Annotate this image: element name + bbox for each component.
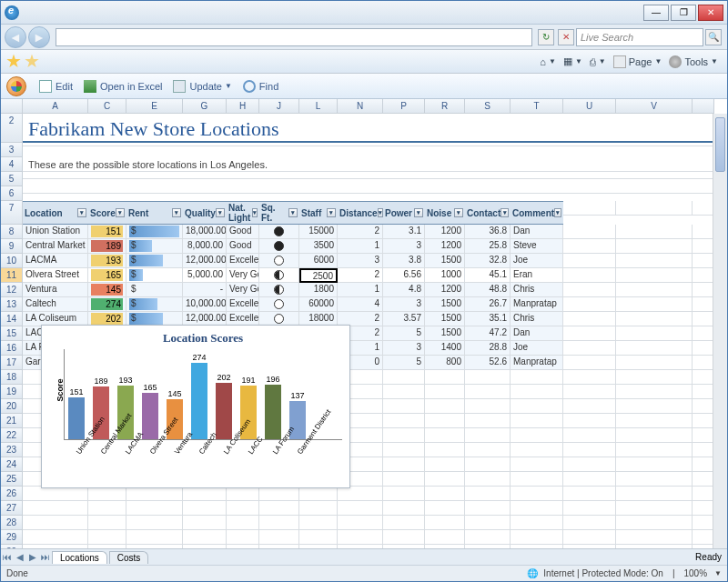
table-cell[interactable]: 45.1 — [465, 268, 511, 283]
empty-cell[interactable] — [227, 545, 259, 548]
empty-cell[interactable] — [23, 487, 88, 501]
table-cell[interactable]: Good — [227, 239, 259, 254]
table-cell[interactable]: $ — [126, 283, 183, 297]
table-cell[interactable]: 1500 — [425, 312, 465, 326]
empty-cell[interactable] — [23, 501, 88, 516]
empty-cell[interactable] — [465, 443, 511, 457]
empty-cell[interactable] — [425, 414, 465, 428]
empty-cell[interactable] — [23, 516, 88, 530]
empty-cell[interactable] — [299, 487, 338, 501]
empty-cell[interactable] — [616, 428, 693, 443]
table-cell[interactable]: Ventura — [23, 283, 88, 297]
tab-locations[interactable]: Locations — [52, 551, 107, 564]
empty-cell[interactable] — [259, 501, 299, 516]
empty-cell[interactable] — [259, 516, 299, 530]
address-bar[interactable] — [56, 28, 532, 46]
empty-cell[interactable] — [23, 530, 88, 545]
row-header[interactable]: 27 — [1, 501, 23, 516]
empty-cell[interactable] — [425, 399, 465, 414]
empty-cell[interactable] — [338, 501, 383, 516]
empty-cell[interactable] — [425, 545, 465, 548]
table-cell[interactable]: 12,000.00 — [183, 254, 227, 268]
row-header[interactable]: 14 — [1, 312, 23, 326]
empty-cell[interactable] — [511, 370, 563, 385]
table-cell[interactable] — [259, 297, 299, 312]
table-cell[interactable]: 151 — [88, 225, 126, 239]
empty-cell[interactable] — [465, 530, 511, 545]
empty-cell[interactable] — [465, 472, 511, 487]
empty-cell[interactable] — [383, 428, 425, 443]
empty-cell[interactable] — [563, 399, 616, 414]
empty-cell[interactable] — [88, 516, 126, 530]
table-cell[interactable]: Excellent — [227, 297, 259, 312]
empty-cell[interactable] — [563, 414, 616, 428]
empty-cell[interactable] — [183, 530, 227, 545]
table-cell[interactable]: 36.8 — [465, 225, 511, 239]
empty-cell[interactable] — [693, 385, 714, 399]
col-header[interactable]: S — [465, 99, 511, 114]
col-header[interactable]: C — [88, 99, 126, 114]
empty-cell[interactable] — [616, 545, 693, 548]
back-button[interactable]: ◄ — [5, 26, 26, 48]
table-header[interactable]: Score▾ — [88, 201, 126, 225]
empty-cell[interactable] — [563, 472, 616, 487]
search-input[interactable]: Live Search — [576, 28, 703, 46]
table-cell[interactable]: 18,000.00 — [183, 225, 227, 239]
table-cell[interactable]: Manpratap — [511, 297, 563, 312]
table-cell[interactable]: 52.6 — [465, 356, 511, 370]
row-header[interactable]: 19 — [1, 385, 23, 399]
empty-cell[interactable] — [425, 457, 465, 472]
table-cell[interactable]: 3500 — [299, 239, 338, 254]
table-cell[interactable]: 48.8 — [465, 283, 511, 297]
table-cell[interactable]: Steve — [511, 239, 563, 254]
empty-cell[interactable] — [465, 399, 511, 414]
empty-cell[interactable] — [183, 545, 227, 548]
empty-cell[interactable] — [126, 501, 183, 516]
empty-cell[interactable] — [383, 443, 425, 457]
empty-cell[interactable] — [563, 545, 616, 548]
chart[interactable]: Location Scores Score 151189193165145274… — [41, 325, 350, 488]
empty-cell[interactable] — [511, 545, 563, 548]
table-cell[interactable]: 1200 — [425, 283, 465, 297]
empty-cell[interactable] — [511, 487, 563, 501]
table-cell[interactable]: LACMA — [23, 254, 88, 268]
empty-cell[interactable] — [563, 385, 616, 399]
empty-cell[interactable] — [511, 457, 563, 472]
row-header[interactable]: 24 — [1, 457, 23, 472]
table-cell[interactable]: 1000 — [425, 268, 465, 283]
empty-cell[interactable] — [383, 414, 425, 428]
empty-cell[interactable] — [693, 414, 714, 428]
table-cell[interactable] — [259, 268, 299, 283]
table-cell[interactable]: 800 — [425, 356, 465, 370]
print-button[interactable]: ⎙▼ — [586, 55, 610, 69]
empty-cell[interactable] — [259, 545, 299, 548]
tools-menu[interactable]: Tools▼ — [665, 54, 722, 70]
spreadsheet[interactable]: ACEGHJLNPRSTUV2Fabrikam New Store Locati… — [1, 99, 727, 548]
table-header[interactable]: Sq. Ft.▾ — [259, 201, 299, 225]
table-cell[interactable] — [259, 254, 299, 268]
table-cell[interactable]: 1 — [338, 239, 383, 254]
table-cell[interactable]: Olvera Street — [23, 268, 88, 283]
col-header[interactable]: E — [126, 99, 183, 114]
table-cell[interactable]: 3.8 — [383, 254, 425, 268]
empty-cell[interactable] — [383, 457, 425, 472]
empty-cell[interactable] — [126, 516, 183, 530]
empty-cell[interactable] — [616, 414, 693, 428]
empty-cell[interactable] — [338, 545, 383, 548]
tab-first-button[interactable]: ⏮ — [1, 552, 14, 562]
table-cell[interactable]: $ — [126, 254, 183, 268]
empty-cell[interactable] — [511, 399, 563, 414]
table-cell[interactable]: - — [183, 283, 227, 297]
table-cell[interactable]: 25.8 — [465, 239, 511, 254]
row-header[interactable]: 2 — [1, 114, 23, 143]
table-cell[interactable]: Joe — [511, 254, 563, 268]
empty-cell[interactable] — [511, 385, 563, 399]
table-cell[interactable]: 3.57 — [383, 312, 425, 326]
empty-cell[interactable] — [425, 385, 465, 399]
empty-cell[interactable] — [563, 443, 616, 457]
table-cell[interactable]: 32.8 — [465, 254, 511, 268]
table-cell[interactable]: 3 — [383, 239, 425, 254]
empty-cell[interactable] — [425, 516, 465, 530]
table-cell[interactable]: 2 — [338, 225, 383, 239]
empty-cell[interactable] — [88, 530, 126, 545]
